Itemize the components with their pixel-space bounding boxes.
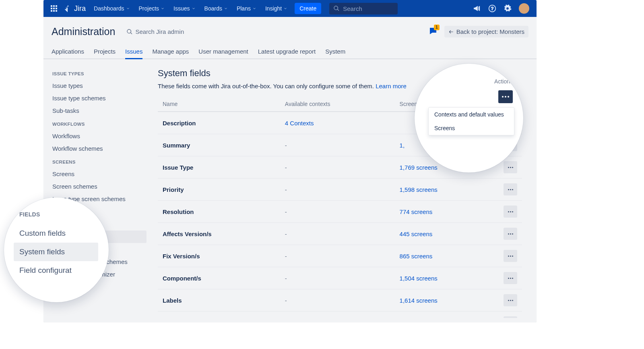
field-contexts: - — [280, 134, 395, 156]
nav-projects[interactable]: Projects — [135, 2, 169, 15]
admin-tab-latest-upgrade-report[interactable]: Latest upgrade report — [258, 45, 316, 59]
zoom-actions-button[interactable] — [498, 90, 513, 103]
table-row: Affects Version/s - 445 screens — [158, 223, 522, 245]
nav-plans[interactable]: Plans — [233, 2, 260, 15]
table-row: Component/s - 1,504 screens — [158, 267, 522, 289]
field-contexts: - — [280, 245, 395, 267]
feedback-icon[interactable]: 1 — [428, 26, 438, 37]
chevron-down-icon — [192, 6, 196, 10]
field-contexts[interactable]: 4 Contexts — [280, 112, 395, 134]
chevron-down-icon — [252, 6, 256, 10]
nav-issues[interactable]: Issues — [169, 2, 199, 15]
back-to-project-button[interactable]: Back to project: Monsters — [444, 26, 528, 37]
topnav-items: DashboardsProjectsIssuesBoardsPlansInsig… — [90, 2, 291, 15]
row-actions-button[interactable] — [504, 272, 517, 284]
field-name: Description — [158, 112, 280, 134]
field-contexts: - — [280, 312, 395, 318]
megaphone-icon[interactable] — [473, 4, 481, 12]
search-icon — [126, 29, 133, 35]
sidebar-heading: ISSUE TYPES — [51, 66, 147, 79]
chevron-down-icon — [224, 6, 228, 10]
svg-text:?: ? — [491, 6, 493, 11]
field-contexts: - — [280, 223, 395, 245]
global-topbar: Jira DashboardsProjectsIssuesBoardsPlans… — [43, 0, 537, 17]
chevron-down-icon — [283, 6, 287, 10]
search-icon — [333, 5, 340, 12]
global-search[interactable]: Search — [329, 3, 398, 15]
field-contexts: - — [280, 179, 395, 201]
nav-insight[interactable]: Insight — [261, 2, 291, 15]
field-contexts: - — [280, 156, 395, 179]
table-row: Priority - 1,598 screens — [158, 179, 522, 201]
jira-logo[interactable]: Jira — [64, 4, 86, 13]
gear-icon[interactable] — [504, 4, 512, 12]
admin-tab-applications[interactable]: Applications — [52, 45, 84, 59]
admin-tab-issues[interactable]: Issues — [125, 45, 142, 59]
create-button[interactable]: Create — [295, 3, 321, 14]
zoom-sidebar-item[interactable]: Custom fields — [19, 224, 109, 243]
zoom-sidebar-item[interactable]: System fields — [14, 243, 98, 261]
table-row: Fix Version/s - 865 screens — [158, 245, 522, 267]
sidebar-item-workflows[interactable]: Workflows — [51, 130, 147, 142]
app-switcher-icon[interactable] — [47, 1, 61, 16]
sidebar-item-issue-type-schemes[interactable]: Issue type schemes — [51, 92, 147, 104]
admin-search-placeholder: Search Jira admin — [135, 28, 184, 35]
dropdown-item[interactable]: Contexts and default values — [429, 108, 514, 121]
field-name: Affects Version/s — [158, 223, 280, 245]
field-screens[interactable]: 1,614 screens — [395, 289, 494, 312]
admin-tab-projects[interactable]: Projects — [94, 45, 116, 59]
field-screens[interactable]: 865 screens — [395, 245, 494, 267]
table-row: Environment - 409 screens — [158, 312, 522, 318]
admin-tabs: ApplicationsProjectsIssuesManage appsUse… — [43, 45, 537, 59]
field-name: Environment — [158, 312, 280, 318]
field-contexts: - — [280, 289, 395, 312]
row-actions-button[interactable] — [504, 228, 517, 240]
field-name: Resolution — [158, 201, 280, 223]
row-actions-button[interactable] — [504, 206, 517, 218]
sidebar-item-screens[interactable]: Screens — [51, 168, 147, 180]
jira-logo-icon — [64, 4, 72, 12]
sidebar-item-sub-tasks[interactable]: Sub-tasks — [51, 104, 147, 117]
field-contexts: - — [280, 267, 395, 289]
jira-logo-text: Jira — [74, 4, 86, 13]
admin-tab-user-management[interactable]: User management — [198, 45, 248, 59]
field-name: Fix Version/s — [158, 245, 280, 267]
nav-dashboards[interactable]: Dashboards — [90, 2, 134, 15]
field-name: Labels — [158, 289, 280, 312]
field-screens[interactable]: 774 screens — [395, 201, 494, 223]
field-screens[interactable]: 445 screens — [395, 223, 494, 245]
admin-title: Administration — [52, 26, 115, 37]
zoom-lens-sidebar: FIELDS Custom fieldsSystem fieldsField c… — [4, 197, 109, 302]
table-row: Resolution - 774 screens — [158, 201, 522, 223]
field-screens[interactable]: 1,504 screens — [395, 267, 494, 289]
admin-tab-manage-apps[interactable]: Manage apps — [152, 45, 189, 59]
nav-boards[interactable]: Boards — [200, 2, 232, 15]
sidebar-heading: SCREENS — [51, 155, 147, 168]
sidebar-item-screen-schemes[interactable]: Screen schemes — [51, 180, 147, 193]
chevron-down-icon — [126, 6, 130, 10]
field-screens[interactable]: 409 screens — [395, 312, 494, 318]
row-actions-button[interactable] — [504, 316, 517, 318]
row-actions-button[interactable] — [504, 294, 517, 306]
row-actions-button[interactable] — [504, 161, 517, 173]
admin-search[interactable]: Search Jira admin — [126, 28, 184, 35]
back-label: Back to project: Monsters — [456, 28, 524, 35]
sidebar-item-workflow-schemes[interactable]: Workflow schemes — [51, 142, 147, 155]
user-avatar[interactable] — [519, 3, 529, 14]
search-placeholder: Search — [343, 5, 362, 12]
zoom-lens-actions: Actions Contexts and default valuesScree… — [415, 64, 523, 172]
col-available-contexts: Available contexts — [280, 97, 395, 112]
dropdown-item[interactable]: Screens — [429, 121, 514, 135]
topbar-right: ? — [473, 3, 533, 14]
help-icon[interactable]: ? — [488, 4, 496, 12]
back-arrow-icon — [448, 29, 454, 35]
admin-tab-system[interactable]: System — [325, 45, 345, 59]
row-actions-button[interactable] — [504, 183, 517, 195]
sidebar-item-issue-types[interactable]: Issue types — [51, 79, 147, 92]
field-name: Priority — [158, 179, 280, 201]
row-actions-button[interactable] — [504, 250, 517, 262]
zoom-sidebar-item[interactable]: Field configurat — [19, 261, 109, 280]
feedback-badge: 1 — [434, 25, 440, 30]
field-screens[interactable]: 1,598 screens — [395, 179, 494, 201]
learn-more-link[interactable]: Learn more — [376, 83, 407, 89]
